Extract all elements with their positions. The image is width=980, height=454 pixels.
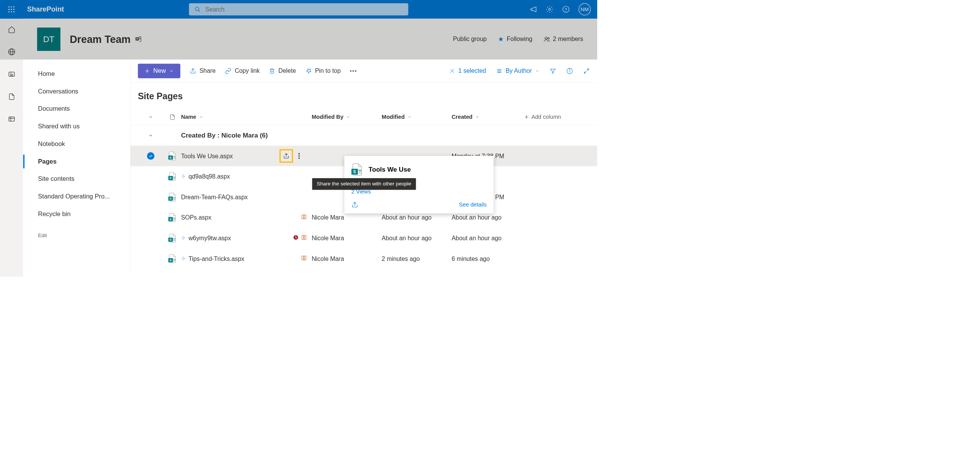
nav-documents[interactable]: Documents [23,100,130,118]
svg-point-33 [350,70,352,72]
chevron-down-icon[interactable] [149,115,153,119]
groupby-button[interactable]: By Author [496,67,539,75]
row-created: 6 minutes ago [452,255,524,262]
info-icon [567,67,573,74]
svg-rect-17 [9,72,15,76]
nav-conversations[interactable]: Conversations [23,83,130,100]
nav-notebook[interactable]: Notebook [23,135,130,153]
nav-recycle[interactable]: Recycle bin [23,205,130,223]
svg-text:S: S [170,218,172,221]
col-modifiedby-header[interactable]: Modified By [312,113,382,120]
row-name[interactable]: Tips-and-Tricks.aspx [188,255,298,262]
svg-point-0 [8,6,10,7]
col-modified-header[interactable]: Modified [382,113,452,120]
row-created: About an hour ago [452,234,524,242]
svg-rect-21 [9,117,15,121]
rail-home-icon[interactable] [7,25,16,34]
info-button[interactable] [567,67,573,74]
svg-point-43 [569,69,570,70]
callout-title: Tools We Use [369,166,411,174]
search-input[interactable] [205,6,403,13]
row-checkbox[interactable] [147,152,155,160]
search-box[interactable] [189,3,408,16]
add-column-button[interactable]: Add column [524,113,590,120]
see-details-link[interactable]: See details [459,202,487,208]
doctype-icon[interactable] [169,113,175,120]
selection-count[interactable]: 1 selected [449,67,486,75]
site-header: DT Dream Team T Public group Following 2… [23,19,597,60]
row-modifiedby: Nicole Mara [312,255,382,262]
row-more-icon[interactable] [298,153,300,159]
svg-point-13 [566,11,566,11]
follow-button[interactable]: Following [498,36,532,43]
table-row[interactable]: S Tips-and-Tricks.aspx Nicole Mara 2 min… [131,248,597,269]
svg-point-1 [11,6,12,7]
svg-text:S: S [170,238,172,241]
nav-sop[interactable]: Standard Operating Pro... [23,188,130,205]
rail-globe-icon[interactable] [7,48,16,56]
page-icon: S [163,172,181,181]
site-logo[interactable]: DT [37,28,60,51]
row-modified: 2 minutes ago [382,255,452,262]
page-icon: S [163,254,181,263]
site-title[interactable]: Dream Team [70,33,131,45]
svg-point-11 [549,8,550,10]
left-navigation: Home Conversations Documents Shared with… [23,59,130,277]
trash-icon [269,67,275,74]
svg-text:S: S [170,259,172,262]
user-avatar[interactable]: NM [578,3,591,16]
svg-point-6 [8,11,10,12]
chevron-down-icon [535,69,539,73]
row-name[interactable]: SOPs.aspx [181,214,298,221]
row-share-button[interactable] [279,149,293,162]
callout-share-icon[interactable] [351,201,358,208]
row-name[interactable]: Tools We Use.aspx [181,152,277,160]
row-modifiedby: Nicole Mara [312,214,382,221]
overflow-button[interactable] [350,70,356,72]
svg-point-35 [355,70,356,72]
nav-home[interactable]: Home [23,65,130,83]
page-title: Site Pages [131,82,597,109]
suite-header: SharePoint NM [0,0,597,19]
svg-point-53 [298,157,300,159]
svg-text:S: S [353,170,356,174]
nav-edit-link[interactable]: Edit [23,228,130,244]
nav-sitecontents[interactable]: Site contents [23,170,130,188]
megaphone-icon[interactable] [529,6,537,13]
svg-line-10 [198,10,200,11]
new-button[interactable]: New [138,64,180,78]
rail-files-icon[interactable] [7,92,16,101]
teams-icon[interactable]: T [135,35,142,43]
draft-icon [301,234,307,242]
row-name[interactable]: w6ymy9tw.aspx [188,234,290,242]
loading-icon [181,234,186,242]
row-created: About an hour ago [452,214,524,221]
table-row[interactable]: S w6ymy9tw.aspx Nicole Mara About an hou… [131,228,597,249]
checkedout-icon [293,234,299,242]
pin-button[interactable]: Pin to top [305,67,341,75]
col-created-header[interactable]: Created [452,113,524,120]
rail-lists-icon[interactable] [7,115,16,123]
settings-icon[interactable] [546,6,554,13]
copylink-button[interactable]: Copy link [225,67,260,75]
filter-button[interactable] [550,67,556,74]
help-icon[interactable] [562,6,570,13]
col-name-header[interactable]: Name [181,113,312,120]
row-name[interactable]: Dream-Team-FAQs.aspx [181,193,304,201]
svg-point-4 [11,9,12,10]
members-button[interactable]: 2 members [544,36,583,43]
share-button[interactable]: Share [189,67,216,75]
svg-point-3 [8,9,10,10]
share-tooltip: Share the selected item with other peopl… [312,178,416,190]
app-launcher-button[interactable] [6,3,17,15]
row-name[interactable]: qd9a8q98.aspx [188,173,304,180]
group-header[interactable]: Created By : Nicole Mara (6) [131,125,597,146]
nav-pages[interactable]: Pages [23,153,130,170]
loading-icon [181,173,186,180]
row-modifiedby: Nicole Mara [312,234,382,242]
rail-news-icon[interactable] [7,70,16,79]
expand-button[interactable] [583,67,590,74]
brand-label[interactable]: SharePoint [27,5,64,13]
delete-button[interactable]: Delete [269,67,296,75]
nav-shared[interactable]: Shared with us [23,118,130,135]
